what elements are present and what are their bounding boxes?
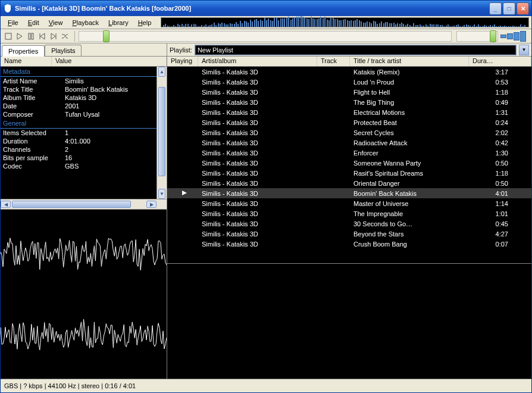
props-scrollbar-horizontal[interactable]: ◀ ▶ [1, 199, 167, 209]
cell-duration: 0:24 [483, 119, 519, 126]
cell-artist: Similis - Katakis 3D [202, 99, 321, 106]
playlist-row[interactable]: Similis - Katakis 3DThe Impregnable1:01 [167, 208, 531, 219]
scroll-up-icon[interactable]: ▲ [158, 67, 165, 77]
cell-duration: 1:31 [483, 109, 519, 116]
col-playing[interactable]: Playing [167, 57, 198, 66]
seek-slider[interactable] [79, 31, 452, 42]
cell-title: Electrical Motions [353, 109, 483, 116]
cell-duration: 0:49 [483, 99, 519, 106]
cell-artist: Similis - Katakis 3D [202, 160, 321, 167]
cell-title: Oriental Danger [353, 180, 483, 187]
cell-duration: 0:45 [483, 220, 519, 227]
prop-duration[interactable]: Duration4:01.000 [1, 137, 167, 145]
prop-bits[interactable]: Bits per sample16 [1, 154, 167, 162]
svg-rect-1 [29, 33, 30, 39]
playlist-row[interactable]: Similis - Katakis 3DRasit's Spiritual Dr… [167, 168, 531, 178]
app-window: Similis - [Katakis 3D] Boomin' Back Kata… [0, 0, 532, 393]
scroll-down-icon[interactable]: ▼ [158, 189, 165, 199]
playlist-row[interactable]: Similis - Katakis 3DFlight to Hell1:18 [167, 87, 531, 97]
props-col-name[interactable]: Name [1, 57, 52, 66]
playlist-row[interactable]: Similis - Katakis 3DMaster of Universe1:… [167, 198, 531, 208]
prop-channels[interactable]: Channels2 [1, 145, 167, 154]
menu-help[interactable]: Help [133, 18, 157, 27]
cell-duration: 4:27 [483, 230, 519, 238]
cell-title: Flight to Hell [353, 89, 483, 96]
playlist-row[interactable]: Similis - Katakis 3DOriental Danger0:50 [167, 178, 531, 188]
playlist-row[interactable]: Similis - Katakis 3DSecret Cycles2:02 [167, 127, 531, 138]
section-general: General [1, 118, 167, 129]
cell-duration: 1:30 [483, 149, 519, 157]
playlist-row[interactable]: Similis - Katakis 3DProtected Beat0:24 [167, 117, 531, 127]
playlist-row[interactable]: Similis - Katakis 3DKatakis (Remix)3:17 [167, 67, 531, 77]
props-col-value[interactable]: Value [52, 57, 167, 66]
cell-artist: Similis - Katakis 3D [202, 79, 321, 86]
cell-title: Rasit's Spiritual Dreams [353, 170, 483, 177]
cell-duration: 0:53 [483, 79, 519, 86]
minimize-button[interactable]: _ [489, 2, 502, 15]
next-button[interactable] [48, 31, 59, 42]
menu-library[interactable]: Library [104, 18, 133, 27]
col-trackno[interactable]: Track no [317, 57, 350, 66]
col-title[interactable]: Title / track artist [350, 57, 469, 66]
prop-album-title[interactable]: Album TitleKatakis 3D [1, 93, 167, 102]
titlebar[interactable]: Similis - [Katakis 3D] Boomin' Back Kata… [1, 1, 531, 16]
random-button[interactable] [60, 31, 70, 42]
cell-title: The Big Thing [353, 99, 483, 106]
playlist-row[interactable]: Similis - Katakis 3DThe Big Thing0:49 [167, 97, 531, 107]
tab-playlists[interactable]: Playlists [45, 45, 82, 56]
menu-file[interactable]: File [3, 18, 23, 27]
menu-view[interactable]: View [44, 18, 68, 27]
cell-duration: 1:01 [483, 210, 519, 217]
playlist-selector[interactable]: New Playlist [195, 45, 517, 55]
col-artist[interactable]: Artist/album [198, 57, 317, 66]
playlist-row[interactable]: Similis - Katakis 3DLoud 'n Proud0:53 [167, 77, 531, 87]
prop-codec[interactable]: CodecGBS [1, 162, 167, 170]
cell-title: Enforcer [353, 149, 483, 157]
playlist-body[interactable]: Similis - Katakis 3DKatakis (Remix)3:17S… [167, 67, 531, 263]
menu-playback[interactable]: Playback [67, 18, 104, 27]
cell-title: Someone Wanna Party [353, 160, 483, 167]
cell-title: The Impregnable [353, 210, 483, 217]
tab-properties[interactable]: Properties [2, 45, 45, 57]
playlist-row[interactable]: Similis - Katakis 3DCrush Boom Bang0:07 [167, 239, 531, 249]
cell-title: Master of Universe [353, 200, 483, 207]
cell-artist: Similis - Katakis 3D [202, 89, 321, 96]
toolbar [1, 29, 531, 43]
pause-button[interactable] [26, 31, 36, 42]
close-button[interactable]: ✕ [517, 2, 529, 15]
prev-button[interactable] [37, 31, 48, 42]
playlist-row[interactable]: Similis - Katakis 3DEnforcer1:30 [167, 148, 531, 158]
prop-composer[interactable]: ComposerTufan Uysal [1, 110, 167, 118]
statusbar: GBS | ? kbps | 44100 Hz | stereo | 0:16 … [1, 379, 531, 392]
props-scrollbar-vertical[interactable]: ▲ ▼ [157, 67, 167, 199]
play-button[interactable] [14, 31, 25, 42]
chevron-down-icon[interactable]: ▼ [519, 45, 529, 55]
menu-edit[interactable]: Edit [23, 18, 44, 27]
cell-duration: 2:02 [483, 129, 519, 136]
cell-title: Crush Boom Bang [353, 241, 483, 248]
stop-button[interactable] [3, 31, 14, 42]
scroll-left-icon[interactable]: ◀ [1, 201, 11, 208]
playlist-row[interactable]: Similis - Katakis 3DRadioactive Attack0:… [167, 138, 531, 148]
cell-duration: 1:14 [483, 200, 519, 207]
prop-date[interactable]: Date2001 [1, 102, 167, 110]
maximize-button[interactable]: □ [503, 2, 515, 15]
spectrogram-visualizer [167, 263, 531, 379]
col-duration[interactable]: Dura… [469, 57, 531, 66]
prop-items-selected[interactable]: Items Selected1 [1, 129, 167, 137]
volume-slider[interactable] [456, 31, 498, 42]
prop-track-title[interactable]: Track TitleBoomin' Back Katakis [1, 85, 167, 93]
scroll-right-icon[interactable]: ▶ [146, 201, 157, 208]
svg-rect-2 [32, 33, 33, 39]
playlist-row[interactable]: Similis - Katakis 3DBoomin' Back Katakis… [167, 188, 531, 198]
prop-artist-name[interactable]: Artist NameSimilis [1, 77, 167, 85]
playlist-row[interactable]: Similis - Katakis 3DSomeone Wanna Party0… [167, 158, 531, 168]
app-icon [3, 4, 12, 13]
playing-indicator-icon [167, 190, 202, 197]
playlist-row[interactable]: Similis - Katakis 3D30 Seconds to Go…0:4… [167, 219, 531, 229]
playlist-row[interactable]: Similis - Katakis 3DBeyond the Stars4:27 [167, 229, 531, 239]
menubar: File Edit View Playback Library Help [1, 16, 158, 29]
cell-duration: 0:50 [483, 180, 519, 187]
playlist-row[interactable]: Similis - Katakis 3DElectrical Motions1:… [167, 107, 531, 117]
cell-artist: Similis - Katakis 3D [202, 230, 321, 238]
